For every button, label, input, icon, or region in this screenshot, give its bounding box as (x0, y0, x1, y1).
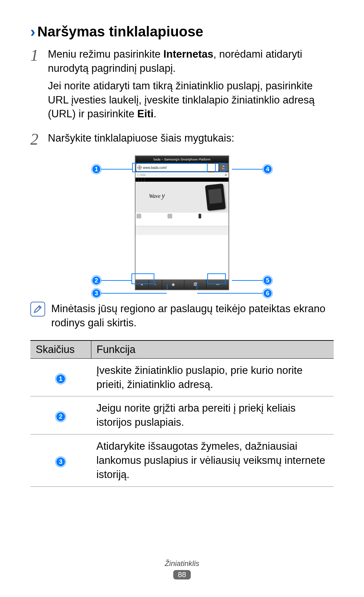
windows-button[interactable] (184, 279, 207, 290)
feature-row (135, 213, 229, 226)
bold-text: Internetas (163, 48, 213, 60)
text: Meniu režimu pasirinkite (48, 48, 163, 60)
callout-number-2: 2 (92, 276, 101, 285)
svg-point-4 (218, 284, 219, 285)
col-header-function: Funkcija (91, 340, 334, 359)
web-content: ◯ bada ▦ Wave y (135, 172, 229, 280)
callout-number-5: 5 (263, 276, 272, 285)
note-icon-container (30, 302, 47, 330)
triangle-left-icon (140, 282, 144, 287)
bada-logo: ◯ bada (137, 174, 146, 176)
bold-text: Eiti (137, 108, 153, 120)
row-number-badge: 1 (56, 374, 66, 384)
nav-back-forward[interactable] (135, 279, 162, 290)
section-heading: › Naršymas tinklalapiuose (30, 24, 334, 40)
nav-forward-button[interactable] (149, 279, 162, 290)
row-function-text: Įveskite žiniatinklio puslapio, prie kur… (91, 358, 334, 396)
table-row: 1 Įveskite žiniatinklio puslapio, prie k… (30, 358, 334, 396)
web-nav-tabs (135, 178, 229, 182)
page-footer: Žiniatinklis 88 (0, 559, 364, 579)
heading-text: Naršymas tinklalapiuose (37, 24, 204, 40)
table-row: 3 Atidarykite išsaugotas žymeles, dažnia… (30, 435, 334, 487)
row-number-badge: 3 (56, 457, 66, 467)
phone-illustration: 1 4 2 5 3 6 (30, 155, 334, 294)
step-number: 1 (30, 47, 48, 124)
web-footer-row (135, 226, 229, 230)
refresh-icon (221, 165, 226, 170)
step-1: 1 Meniu režimu pasirinkite Internetas, n… (30, 47, 334, 124)
callout-2: 2 (92, 276, 132, 285)
callout-4: 4 (232, 165, 272, 174)
callout-3-vline (167, 284, 168, 289)
callout-1: 1 (92, 165, 132, 174)
more-dots-icon (215, 282, 220, 287)
more-button[interactable] (207, 279, 229, 290)
bookmarks-button[interactable] (162, 279, 184, 290)
step-number: 2 (30, 131, 48, 149)
callout-number-1: 1 (92, 165, 101, 174)
triangle-right-icon (153, 282, 158, 287)
row-function-text: Atidarykite išsaugotas žymeles, dažniaus… (91, 435, 334, 487)
chevron-icon: › (30, 24, 35, 39)
hero-banner: Wave y (135, 182, 229, 213)
step-1-para-2: Jei norite atidaryti tam tikrą žiniatink… (48, 79, 334, 121)
url-bar-row: www.bada.com/ (135, 163, 229, 172)
text: . (154, 108, 157, 120)
step-1-para-1: Meniu režimu pasirinkite Internetas, nor… (48, 47, 334, 76)
callout-number-6: 6 (263, 289, 272, 298)
callout-number-3: 3 (92, 289, 101, 298)
table-row: 2 Jeigu norite grįžti arba pereiti į pri… (30, 396, 334, 435)
url-text: www.bada.com/ (143, 166, 167, 170)
function-table: Skaičius Funkcija 1 Įveskite žiniatinkli… (30, 340, 334, 487)
note-icon (30, 302, 45, 317)
svg-point-3 (217, 284, 218, 285)
step-2-para-1: Naršykite tinklalapiuose šiais mygtukais… (48, 131, 334, 145)
browser-bottom-toolbar (135, 279, 229, 290)
browser-titlebar: bada – Samsung's Smartphone Platform (135, 156, 229, 163)
web-header: ◯ bada ▦ (135, 172, 229, 178)
footer-section-name: Žiniatinklis (0, 559, 364, 568)
svg-point-2 (216, 284, 217, 285)
phone-image (205, 183, 226, 211)
web-logo-row (135, 230, 229, 235)
page-number: 88 (173, 570, 191, 579)
star-icon (171, 282, 176, 287)
header-right-icon: ▦ (225, 174, 227, 176)
globe-icon (138, 166, 142, 170)
nav-back-button[interactable] (135, 279, 149, 290)
row-function-text: Jeigu norite grįžti arba pereiti į priek… (91, 396, 334, 435)
phone-frame: bada – Samsung's Smartphone Platform www… (135, 155, 229, 290)
refresh-button[interactable] (219, 164, 228, 171)
callout-number-4: 4 (263, 165, 272, 174)
text: Jei norite atidaryti tam tikrą žiniatink… (48, 80, 314, 120)
note-row: Minėtasis jūsų regiono ar paslaugų teikė… (30, 302, 334, 330)
row-number-badge: 2 (56, 412, 66, 422)
url-input[interactable]: www.bada.com/ (136, 164, 218, 171)
note-text: Minėtasis jūsų regiono ar paslaugų teikė… (47, 302, 334, 330)
wave-logo: Wave y (149, 192, 165, 200)
col-header-number: Skaičius (30, 340, 91, 359)
callout-5: 5 (232, 276, 272, 285)
table-header-row: Skaičius Funkcija (30, 340, 334, 359)
step-2: 2 Naršykite tinklalapiuose šiais mygtuka… (30, 131, 334, 149)
callout-6-vline (196, 284, 197, 289)
